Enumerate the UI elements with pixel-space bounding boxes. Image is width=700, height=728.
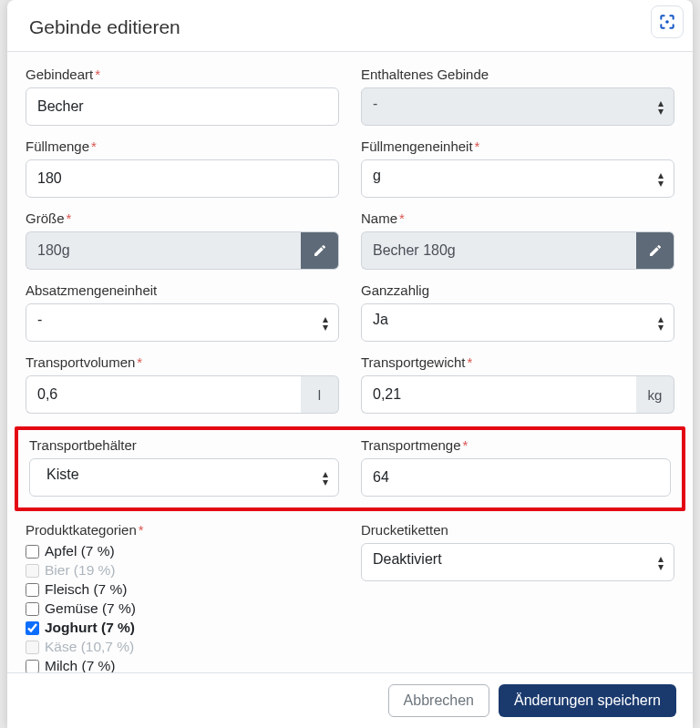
- input-transportgewicht[interactable]: [361, 375, 636, 414]
- category-label: Bier (19 %): [45, 562, 116, 579]
- select-ganzzahlig[interactable]: Ja: [361, 303, 674, 342]
- label-transportmenge: Transportmenge*: [361, 437, 671, 453]
- category-label: Gemüse (7 %): [45, 600, 136, 617]
- label-gebindeart: Gebindeart*: [26, 67, 339, 82]
- input-name: [361, 231, 636, 270]
- select-enthaltenes[interactable]: -: [361, 87, 674, 126]
- input-fuellmenge[interactable]: [26, 159, 339, 198]
- label-transportgewicht: Transportgewicht*: [361, 354, 674, 370]
- input-transportmenge[interactable]: [361, 458, 671, 497]
- unit-liter: l: [301, 375, 339, 414]
- category-checkbox[interactable]: [26, 621, 39, 635]
- modal-body: Gebindeart* Enthaltenes Gebinde - Füllme…: [7, 52, 693, 672]
- edit-name-button[interactable]: [636, 231, 674, 270]
- modal-footer: Abbrechen Änderungen speichern: [7, 672, 693, 728]
- label-transportvolumen: Transportvolumen*: [26, 354, 339, 370]
- svg-point-0: [665, 20, 669, 24]
- category-checkbox[interactable]: [26, 545, 39, 559]
- input-transportvolumen[interactable]: [26, 375, 301, 414]
- input-groesse: [26, 231, 301, 270]
- category-label: Milch (7 %): [45, 658, 116, 672]
- label-absatzmengeneinheit: Absatzmengeneinheit: [26, 282, 339, 298]
- scan-icon-button[interactable]: [651, 5, 684, 38]
- label-name: Name*: [361, 210, 674, 226]
- category-item: Käse (10,7 %): [26, 639, 339, 655]
- select-absatzmengeneinheit[interactable]: -: [26, 303, 339, 342]
- label-ganzzahlig: Ganzzahlig: [361, 282, 674, 298]
- category-item[interactable]: Joghurt (7 %): [26, 620, 339, 636]
- category-label: Apfel (7 %): [45, 543, 115, 559]
- input-gebindeart[interactable]: [26, 87, 339, 126]
- category-checkbox: [26, 641, 39, 654]
- category-checkbox: [26, 564, 39, 578]
- edit-gebinde-modal: Gebinde editieren Gebindeart* Enthaltene…: [7, 0, 693, 728]
- select-transportbehaelter[interactable]: Kiste: [29, 458, 339, 497]
- category-checkbox[interactable]: [26, 602, 39, 616]
- unit-kg: kg: [636, 375, 674, 414]
- select-fuellmengeneinheit[interactable]: g: [361, 159, 674, 198]
- modal-title: Gebinde editieren: [29, 16, 671, 38]
- category-item[interactable]: Milch (7 %): [26, 658, 339, 672]
- category-item[interactable]: Fleisch (7 %): [26, 581, 339, 598]
- category-item: Bier (19 %): [26, 562, 339, 579]
- category-item[interactable]: Gemüse (7 %): [26, 600, 339, 617]
- edit-groesse-button[interactable]: [301, 231, 339, 270]
- produktkategorien-list: Apfel (7 %)Bier (19 %)Fleisch (7 %)Gemüs…: [26, 543, 339, 672]
- modal-header: Gebinde editieren: [7, 0, 693, 52]
- label-transportbehaelter: Transportbehälter: [29, 437, 339, 453]
- label-enthaltenes: Enthaltenes Gebinde: [361, 67, 674, 82]
- label-fuellmenge: Füllmenge*: [26, 138, 339, 154]
- category-checkbox[interactable]: [26, 660, 39, 673]
- category-label: Fleisch (7 %): [45, 581, 127, 598]
- label-drucketiketten: Drucketiketten: [361, 522, 674, 538]
- category-checkbox[interactable]: [26, 583, 39, 597]
- label-groesse: Größe*: [26, 210, 339, 226]
- category-label: Joghurt (7 %): [45, 620, 135, 636]
- cancel-button[interactable]: Abbrechen: [388, 684, 489, 717]
- category-item[interactable]: Apfel (7 %): [26, 543, 339, 559]
- save-button[interactable]: Änderungen speichern: [499, 684, 676, 717]
- label-fuellmengeneinheit: Füllmengeneinheit*: [361, 138, 674, 154]
- select-drucketiketten[interactable]: Deaktiviert: [361, 543, 674, 581]
- category-label: Käse (10,7 %): [45, 639, 134, 655]
- label-produktkategorien: Produktkategorien*: [26, 522, 339, 538]
- highlighted-transport-row: Transportbehälter Kiste Transportmenge*: [15, 426, 685, 511]
